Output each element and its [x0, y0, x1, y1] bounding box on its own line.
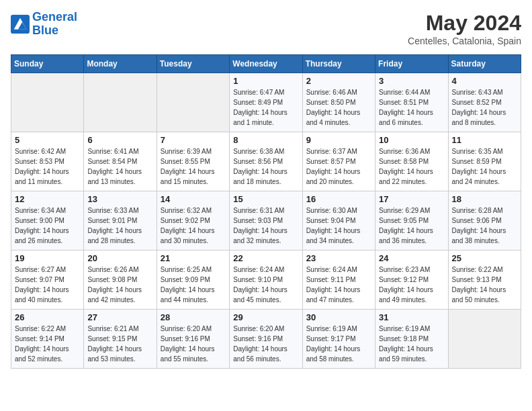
- day-info: Sunrise: 6:41 AM Sunset: 8:54 PM Dayligh…: [87, 146, 152, 187]
- calendar-cell: 1Sunrise: 6:47 AM Sunset: 8:49 PM Daylig…: [230, 73, 302, 132]
- calendar-cell: 3Sunrise: 6:44 AM Sunset: 8:51 PM Daylig…: [375, 73, 448, 132]
- calendar-cell: 6Sunrise: 6:41 AM Sunset: 8:54 PM Daylig…: [84, 132, 157, 191]
- day-number: 25: [452, 253, 517, 263]
- calendar-cell: [448, 310, 521, 369]
- calendar-cell: [157, 73, 229, 132]
- day-number: 8: [233, 135, 298, 145]
- calendar-cell: 14Sunrise: 6:32 AM Sunset: 9:02 PM Dayli…: [157, 191, 229, 250]
- calendar-cell: 16Sunrise: 6:30 AM Sunset: 9:04 PM Dayli…: [302, 191, 375, 250]
- logo-line1: General: [32, 10, 77, 24]
- logo-text: General Blue: [32, 11, 77, 38]
- calendar-cell: 31Sunrise: 6:19 AM Sunset: 9:18 PM Dayli…: [375, 310, 448, 369]
- calendar-week-2: 5Sunrise: 6:42 AM Sunset: 8:53 PM Daylig…: [11, 132, 521, 191]
- title-block: May 2024 Centelles, Catalonia, Spain: [408, 11, 521, 46]
- calendar-cell: 11Sunrise: 6:35 AM Sunset: 8:59 PM Dayli…: [448, 132, 521, 191]
- calendar-body: 1Sunrise: 6:47 AM Sunset: 8:49 PM Daylig…: [11, 73, 521, 369]
- calendar-cell: 10Sunrise: 6:36 AM Sunset: 8:58 PM Dayli…: [375, 132, 448, 191]
- day-number: 13: [87, 194, 152, 204]
- calendar-week-4: 19Sunrise: 6:27 AM Sunset: 9:07 PM Dayli…: [11, 250, 521, 310]
- day-number: 19: [15, 253, 80, 263]
- day-info: Sunrise: 6:27 AM Sunset: 9:07 PM Dayligh…: [15, 265, 80, 305]
- day-info: Sunrise: 6:22 AM Sunset: 9:14 PM Dayligh…: [15, 324, 80, 364]
- weekday-header-monday: Monday: [84, 55, 157, 73]
- day-info: Sunrise: 6:25 AM Sunset: 9:09 PM Dayligh…: [161, 265, 226, 305]
- weekday-header-sunday: Sunday: [11, 55, 84, 73]
- day-number: 24: [379, 253, 444, 263]
- day-info: Sunrise: 6:29 AM Sunset: 9:05 PM Dayligh…: [379, 205, 444, 246]
- day-info: Sunrise: 6:42 AM Sunset: 8:53 PM Dayligh…: [15, 146, 80, 187]
- day-info: Sunrise: 6:26 AM Sunset: 9:08 PM Dayligh…: [87, 265, 152, 305]
- weekday-header-saturday: Saturday: [448, 55, 521, 73]
- calendar-cell: 18Sunrise: 6:28 AM Sunset: 9:06 PM Dayli…: [448, 191, 521, 250]
- day-number: 21: [161, 253, 226, 263]
- location: Centelles, Catalonia, Spain: [408, 36, 521, 46]
- day-number: 9: [306, 135, 371, 145]
- day-number: 16: [306, 194, 371, 204]
- day-number: 30: [306, 312, 371, 322]
- calendar-cell: 28Sunrise: 6:20 AM Sunset: 9:16 PM Dayli…: [157, 310, 229, 369]
- day-info: Sunrise: 6:39 AM Sunset: 8:55 PM Dayligh…: [161, 146, 226, 187]
- calendar-cell: 7Sunrise: 6:39 AM Sunset: 8:55 PM Daylig…: [157, 132, 229, 191]
- calendar-week-3: 12Sunrise: 6:34 AM Sunset: 9:00 PM Dayli…: [11, 191, 521, 250]
- day-info: Sunrise: 6:30 AM Sunset: 9:04 PM Dayligh…: [306, 205, 371, 246]
- weekday-header-thursday: Thursday: [302, 55, 375, 73]
- calendar-cell: 12Sunrise: 6:34 AM Sunset: 9:00 PM Dayli…: [11, 191, 84, 250]
- calendar-cell: 29Sunrise: 6:20 AM Sunset: 9:16 PM Dayli…: [230, 310, 302, 369]
- day-number: 18: [452, 194, 517, 204]
- day-number: 29: [233, 312, 298, 322]
- calendar-cell: 13Sunrise: 6:33 AM Sunset: 9:01 PM Dayli…: [84, 191, 157, 250]
- page-header: General Blue May 2024 Centelles, Catalon…: [11, 11, 521, 46]
- calendar-cell: 17Sunrise: 6:29 AM Sunset: 9:05 PM Dayli…: [375, 191, 448, 250]
- day-info: Sunrise: 6:24 AM Sunset: 9:11 PM Dayligh…: [306, 265, 371, 305]
- calendar-cell: 24Sunrise: 6:23 AM Sunset: 9:12 PM Dayli…: [375, 250, 448, 310]
- day-number: 26: [15, 312, 80, 322]
- day-number: 15: [233, 194, 298, 204]
- calendar-week-5: 26Sunrise: 6:22 AM Sunset: 9:14 PM Dayli…: [11, 310, 521, 369]
- day-number: 4: [452, 76, 517, 86]
- month-title: May 2024: [408, 11, 521, 36]
- day-info: Sunrise: 6:19 AM Sunset: 9:17 PM Dayligh…: [306, 324, 371, 364]
- day-number: 28: [161, 312, 226, 322]
- day-number: 12: [15, 194, 80, 204]
- calendar-table: SundayMondayTuesdayWednesdayThursdayFrid…: [11, 54, 521, 369]
- calendar-cell: 25Sunrise: 6:22 AM Sunset: 9:13 PM Dayli…: [448, 250, 521, 310]
- day-info: Sunrise: 6:46 AM Sunset: 8:50 PM Dayligh…: [306, 87, 371, 128]
- day-info: Sunrise: 6:24 AM Sunset: 9:10 PM Dayligh…: [233, 265, 298, 305]
- day-number: 7: [161, 135, 226, 145]
- weekday-header-wednesday: Wednesday: [230, 55, 302, 73]
- calendar-header: SundayMondayTuesdayWednesdayThursdayFrid…: [11, 55, 521, 73]
- day-info: Sunrise: 6:44 AM Sunset: 8:51 PM Dayligh…: [379, 87, 444, 128]
- day-info: Sunrise: 6:20 AM Sunset: 9:16 PM Dayligh…: [233, 324, 298, 364]
- day-info: Sunrise: 6:32 AM Sunset: 9:02 PM Dayligh…: [161, 205, 226, 246]
- day-info: Sunrise: 6:34 AM Sunset: 9:00 PM Dayligh…: [15, 205, 80, 246]
- logo-line2: Blue: [32, 24, 58, 37]
- day-info: Sunrise: 6:20 AM Sunset: 9:16 PM Dayligh…: [161, 324, 226, 364]
- day-number: 22: [233, 253, 298, 263]
- calendar-cell: 15Sunrise: 6:31 AM Sunset: 9:03 PM Dayli…: [230, 191, 302, 250]
- day-info: Sunrise: 6:31 AM Sunset: 9:03 PM Dayligh…: [233, 205, 298, 246]
- day-number: 31: [379, 312, 444, 322]
- day-number: 23: [306, 253, 371, 263]
- day-info: Sunrise: 6:43 AM Sunset: 8:52 PM Dayligh…: [452, 87, 517, 128]
- day-info: Sunrise: 6:23 AM Sunset: 9:12 PM Dayligh…: [379, 265, 444, 305]
- day-info: Sunrise: 6:33 AM Sunset: 9:01 PM Dayligh…: [87, 205, 152, 246]
- calendar-week-1: 1Sunrise: 6:47 AM Sunset: 8:49 PM Daylig…: [11, 73, 521, 132]
- day-info: Sunrise: 6:21 AM Sunset: 9:15 PM Dayligh…: [87, 324, 152, 364]
- calendar-cell: [11, 73, 84, 132]
- day-number: 20: [87, 253, 152, 263]
- day-number: 2: [306, 76, 371, 86]
- day-number: 10: [379, 135, 444, 145]
- day-info: Sunrise: 6:22 AM Sunset: 9:13 PM Dayligh…: [452, 265, 517, 305]
- calendar-cell: 22Sunrise: 6:24 AM Sunset: 9:10 PM Dayli…: [230, 250, 302, 310]
- day-number: 5: [15, 135, 80, 145]
- calendar-cell: 30Sunrise: 6:19 AM Sunset: 9:17 PM Dayli…: [302, 310, 375, 369]
- day-info: Sunrise: 6:19 AM Sunset: 9:18 PM Dayligh…: [379, 324, 444, 364]
- weekday-header-friday: Friday: [375, 55, 448, 73]
- day-number: 11: [452, 135, 517, 145]
- calendar-cell: 8Sunrise: 6:38 AM Sunset: 8:56 PM Daylig…: [230, 132, 302, 191]
- day-number: 1: [233, 76, 298, 86]
- day-number: 27: [87, 312, 152, 322]
- calendar-cell: 26Sunrise: 6:22 AM Sunset: 9:14 PM Dayli…: [11, 310, 84, 369]
- calendar-cell: [84, 73, 157, 132]
- day-number: 17: [379, 194, 444, 204]
